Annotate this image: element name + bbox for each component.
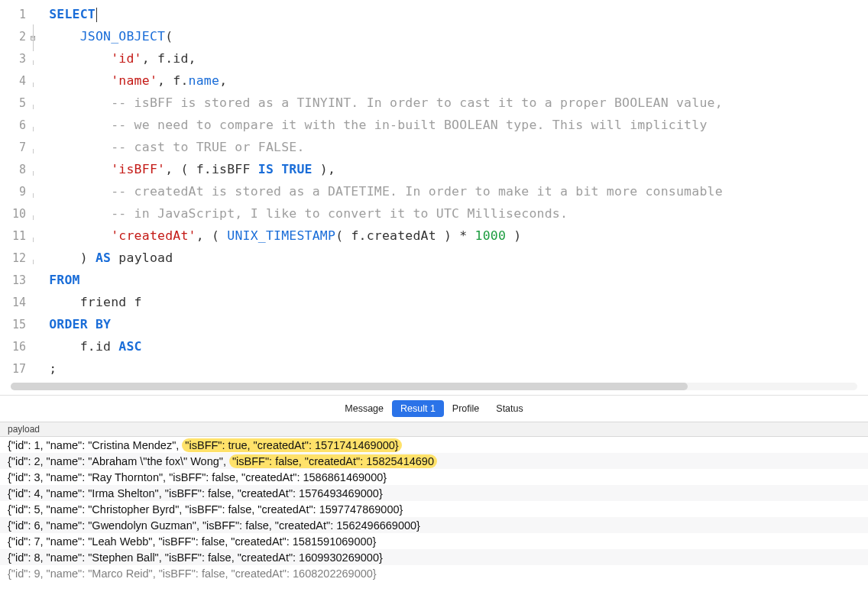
results-panel: payload {"id": 1, "name": "Cristina Mend… <box>0 422 868 611</box>
tab-result[interactable]: Result 1 <box>392 400 444 417</box>
code-line[interactable]: 10 -- in JavaScript, I like to convert i… <box>0 202 868 225</box>
result-row[interactable]: {"id": 2, "name": "Abraham \"the fox\" W… <box>0 453 868 469</box>
horizontal-scrollbar[interactable] <box>11 383 857 390</box>
line-number: 4 <box>0 70 31 92</box>
result-row[interactable]: {"id": 5, "name": "Christopher Byrd", "i… <box>0 501 868 517</box>
result-row[interactable]: {"id": 1, "name": "Cristina Mendez", "is… <box>0 437 868 453</box>
results-tabs: Message Result 1 Profile Status <box>0 396 868 422</box>
sql-editor[interactable]: 1 SELECT 2 ⊟ JSON_OBJECT( 3 'id', f.id, … <box>0 0 868 396</box>
scrollbar-thumb[interactable] <box>11 383 688 390</box>
line-number: 3 <box>0 48 31 70</box>
code-line[interactable]: 1 SELECT <box>0 3 868 25</box>
result-row[interactable]: {"id": 3, "name": "Ray Thornton", "isBFF… <box>0 469 868 485</box>
line-number: 16 <box>0 336 31 358</box>
code-line[interactable]: 14 friend f <box>0 291 868 313</box>
code-line[interactable]: 6 -- we need to compare it with the in-b… <box>0 114 868 136</box>
results-body[interactable]: {"id": 1, "name": "Cristina Mendez", "is… <box>0 437 868 611</box>
code-line[interactable]: 3 'id', f.id, <box>0 47 868 70</box>
line-number: 15 <box>0 314 31 336</box>
line-number: 13 <box>0 270 31 292</box>
code-line[interactable]: 11 'createdAt', ( UNIX_TIMESTAMP( f.crea… <box>0 225 868 247</box>
code-line[interactable]: 17 ; <box>0 357 868 380</box>
tab-status[interactable]: Status <box>487 400 531 417</box>
line-number: 5 <box>0 92 31 115</box>
code-line[interactable]: 8 'isBFF', ( f.isBFF IS TRUE ), <box>0 158 868 180</box>
line-number: 1 <box>0 4 31 26</box>
tab-profile[interactable]: Profile <box>444 400 487 417</box>
line-number: 10 <box>0 203 31 225</box>
highlighted-text: "isBFF": false, "createdAt": 15825414690 <box>229 454 437 468</box>
result-row[interactable]: {"id": 7, "name": "Leah Webb", "isBFF": … <box>0 533 868 549</box>
line-number: 17 <box>0 358 31 380</box>
line-number: 12 <box>0 247 31 270</box>
line-number: 2 <box>0 26 31 48</box>
code-line[interactable]: 16 f.id ASC <box>0 335 868 357</box>
code-line[interactable]: 13 FROM <box>0 269 868 291</box>
result-row[interactable]: {"id": 4, "name": "Irma Shelton", "isBFF… <box>0 485 868 501</box>
result-row[interactable]: {"id": 6, "name": "Gwendolyn Guzman", "i… <box>0 517 868 533</box>
code-line[interactable]: 12 ) AS payload <box>0 247 868 269</box>
result-row[interactable]: {"id": 9, "name": "Marco Reid", "isBFF":… <box>0 565 868 581</box>
line-number: 14 <box>0 292 31 314</box>
text-cursor <box>96 8 97 22</box>
code-line[interactable]: 5 -- isBFF is stored as a TINYINT. In or… <box>0 92 868 114</box>
code-line[interactable]: 4 'name', f.name, <box>0 70 868 92</box>
line-number: 11 <box>0 225 31 247</box>
line-number: 8 <box>0 159 31 181</box>
tab-message[interactable]: Message <box>336 400 392 417</box>
line-number: 9 <box>0 181 31 203</box>
fold-toggle-icon[interactable]: ⊟ <box>31 27 41 49</box>
code-line[interactable]: 9 -- createdAt is stored as a DATETIME. … <box>0 180 868 202</box>
code-line[interactable]: 2 ⊟ JSON_OBJECT( <box>0 25 868 47</box>
line-number: 7 <box>0 137 31 159</box>
results-column-header[interactable]: payload <box>0 422 868 437</box>
result-row[interactable]: {"id": 8, "name": "Stephen Ball", "isBFF… <box>0 549 868 565</box>
line-number: 6 <box>0 115 31 137</box>
code-line[interactable]: 7 -- cast to TRUE or FALSE. <box>0 136 868 158</box>
code-line[interactable]: 15 ORDER BY <box>0 313 868 335</box>
highlighted-text: "isBFF": true, "createdAt": 157174146900… <box>182 438 401 452</box>
